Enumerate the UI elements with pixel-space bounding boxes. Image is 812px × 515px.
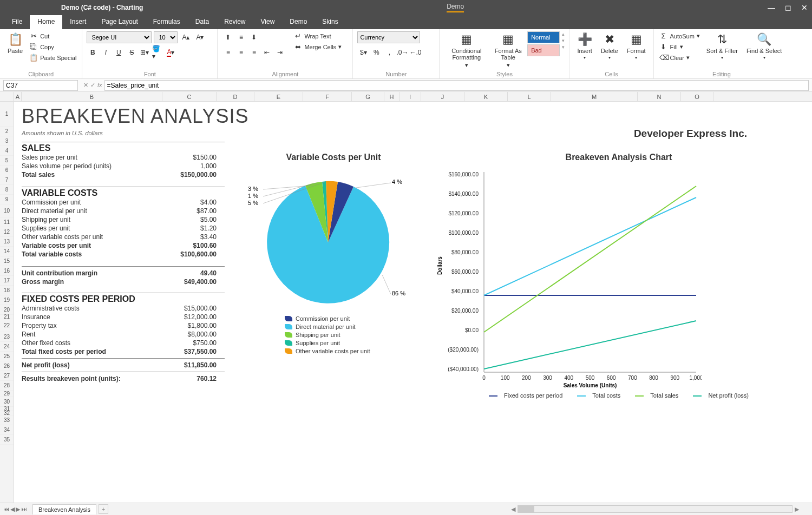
- column-header[interactable]: O: [681, 92, 713, 101]
- column-header[interactable]: A: [14, 92, 22, 101]
- paste-special-button[interactable]: 📋Paste Special: [28, 53, 77, 62]
- fx-icon[interactable]: fx: [97, 82, 102, 89]
- column-header[interactable]: H: [384, 92, 400, 101]
- align-top-icon[interactable]: ⬆: [222, 31, 234, 43]
- align-left-icon[interactable]: ≡: [222, 47, 234, 58]
- style-gallery-expand-icon[interactable]: ▾: [562, 44, 565, 50]
- column-header[interactable]: L: [508, 92, 551, 101]
- increase-font-icon[interactable]: A▴: [180, 31, 192, 43]
- cut-button[interactable]: ✂Cut: [28, 31, 77, 41]
- row-header[interactable]: 16: [0, 266, 14, 276]
- row-header[interactable]: 18: [0, 286, 14, 295]
- font-family-select[interactable]: Segoe UI: [87, 31, 152, 43]
- row-header[interactable]: 8: [0, 185, 14, 195]
- row-header[interactable]: 9: [0, 195, 14, 204]
- format-cells-button[interactable]: ▦Format▾: [624, 31, 649, 61]
- style-scroll-up-icon[interactable]: ▴: [562, 31, 565, 37]
- row-header[interactable]: 33: [0, 415, 14, 425]
- tab-file[interactable]: File: [4, 15, 30, 29]
- row-header[interactable]: 13: [0, 237, 14, 247]
- autosum-button[interactable]: ΣAutoSum ▾: [658, 31, 701, 41]
- increase-indent-icon[interactable]: ⇥: [274, 47, 286, 58]
- tab-insert[interactable]: Insert: [62, 15, 94, 29]
- column-header[interactable]: N: [638, 92, 681, 101]
- row-header[interactable]: 2: [0, 127, 14, 136]
- format-as-table-button[interactable]: ▦Format As Table ▾: [491, 31, 525, 70]
- context-tab[interactable]: Demo: [447, 3, 464, 12]
- align-center-icon[interactable]: ≡: [235, 47, 247, 58]
- number-format-select[interactable]: Currency: [357, 31, 420, 43]
- column-header[interactable]: K: [464, 92, 508, 101]
- row-header[interactable]: 4: [0, 146, 14, 156]
- column-header[interactable]: M: [551, 92, 638, 101]
- column-header[interactable]: G: [352, 92, 384, 101]
- last-sheet-icon[interactable]: ⏭: [21, 506, 27, 513]
- row-header[interactable]: 34: [0, 425, 14, 435]
- row-header[interactable]: 21: [0, 315, 14, 319]
- row-header[interactable]: 25: [0, 352, 14, 361]
- clear-button[interactable]: ⌫Clear ▾: [658, 53, 701, 62]
- borders-icon[interactable]: ⊞▾: [139, 47, 150, 58]
- column-header[interactable]: F: [303, 92, 352, 101]
- align-bottom-icon[interactable]: ⬇: [248, 31, 260, 43]
- align-right-icon[interactable]: ≡: [248, 47, 260, 58]
- row-header[interactable]: 15: [0, 256, 14, 266]
- tab-formulas[interactable]: Formulas: [146, 15, 188, 29]
- column-header[interactable]: E: [254, 92, 303, 101]
- column-header[interactable]: C: [162, 92, 217, 101]
- bold-icon[interactable]: B: [87, 47, 99, 58]
- sort-filter-button[interactable]: ⇅Sort & Filter▾: [703, 31, 741, 61]
- first-sheet-icon[interactable]: ⏮: [3, 506, 9, 513]
- find-select-button[interactable]: 🔍Find & Select▾: [743, 31, 785, 61]
- row-header[interactable]: 27: [0, 371, 14, 381]
- merge-cells-button[interactable]: ⬌Merge Cells ▾: [292, 42, 343, 51]
- sheet-tab[interactable]: Breakeven Analysis: [32, 504, 96, 514]
- row-header[interactable]: 28: [0, 381, 14, 391]
- paste-button[interactable]: 📋 Paste: [4, 31, 26, 55]
- tab-home[interactable]: Home: [30, 15, 62, 29]
- currency-icon[interactable]: $▾: [357, 47, 369, 58]
- row-header[interactable]: 14: [0, 247, 14, 256]
- column-header[interactable]: B: [22, 92, 162, 101]
- style-bad[interactable]: Bad: [527, 44, 560, 56]
- row-header[interactable]: 26: [0, 361, 14, 371]
- tab-view[interactable]: View: [253, 15, 283, 29]
- row-header[interactable]: 5: [0, 156, 14, 166]
- row-header[interactable]: 11: [0, 217, 14, 227]
- font-size-select[interactable]: 10: [154, 31, 178, 43]
- comma-icon[interactable]: ,: [383, 47, 395, 58]
- row-header[interactable]: 32: [0, 411, 14, 415]
- increase-decimal-icon[interactable]: .0→: [396, 47, 408, 58]
- row-header[interactable]: 24: [0, 342, 14, 352]
- sheet-area[interactable]: BREAKEVEN ANALYSIS Developer Express Inc…: [14, 102, 812, 503]
- italic-icon[interactable]: I: [100, 47, 112, 58]
- decrease-font-icon[interactable]: A▾: [194, 31, 206, 43]
- cancel-formula-icon[interactable]: ✕: [83, 82, 88, 89]
- insert-cells-button[interactable]: ➕Insert▾: [574, 31, 595, 61]
- conditional-formatting-button[interactable]: ▦Conditional Formatting ▾: [444, 31, 489, 70]
- horizontal-scrollbar[interactable]: ◀ ▶: [509, 505, 801, 513]
- percent-icon[interactable]: %: [370, 47, 382, 58]
- column-header[interactable]: J: [421, 92, 464, 101]
- fill-color-icon[interactable]: 🪣▾: [152, 47, 163, 58]
- select-all-corner[interactable]: [0, 92, 14, 101]
- decrease-indent-icon[interactable]: ⇤: [261, 47, 273, 58]
- minimize-icon[interactable]: —: [768, 3, 775, 12]
- row-header[interactable]: 12: [0, 227, 14, 237]
- tab-review[interactable]: Review: [217, 15, 253, 29]
- tab-data[interactable]: Data: [188, 15, 217, 29]
- style-scroll-down-icon[interactable]: ▾: [562, 38, 565, 43]
- tab-demo[interactable]: Demo: [282, 15, 315, 29]
- align-middle-icon[interactable]: ≡: [235, 31, 247, 43]
- row-header[interactable]: 17: [0, 276, 14, 286]
- strike-icon[interactable]: S: [126, 47, 137, 58]
- column-header[interactable]: D: [217, 92, 254, 101]
- column-header[interactable]: I: [400, 92, 421, 101]
- row-header[interactable]: 29: [0, 391, 14, 397]
- close-icon[interactable]: ✕: [801, 3, 808, 12]
- fill-button[interactable]: ⬇Fill ▾: [658, 42, 701, 51]
- add-sheet-button[interactable]: +: [99, 504, 108, 514]
- wrap-text-button[interactable]: ↵Wrap Text: [292, 31, 343, 41]
- prev-sheet-icon[interactable]: ◀: [10, 506, 15, 513]
- row-header[interactable]: 1: [0, 102, 14, 127]
